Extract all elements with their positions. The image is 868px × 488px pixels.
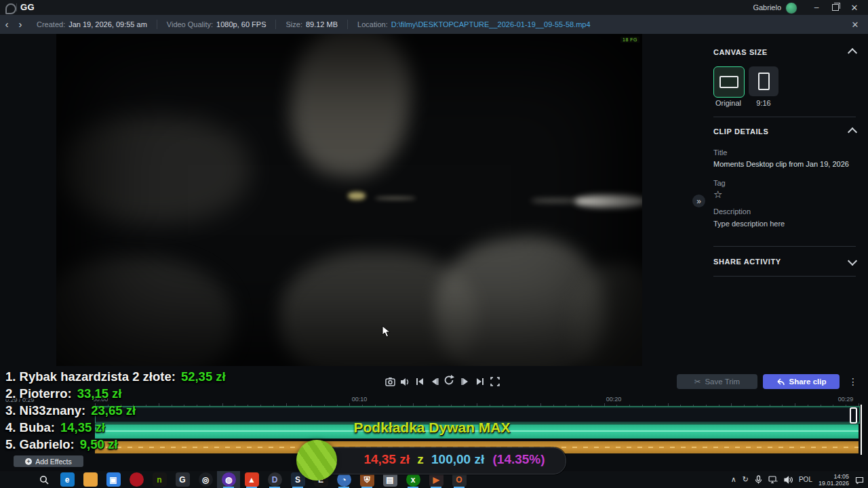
right-side-panel: CANVAS SIZE Original 9:16 CLIP DETAILS T…	[705, 34, 868, 369]
steelseries-gg-taskbar-icon[interactable]: ◎	[194, 471, 217, 488]
clip-details-header: CLIP DETAILS	[713, 127, 768, 136]
clock-date: 19.01.2026	[818, 480, 849, 487]
brave-browser-taskbar-icon[interactable]: ▲	[240, 471, 263, 488]
origin-taskbar-icon[interactable]: O	[448, 471, 471, 488]
windows-start-icon	[14, 472, 28, 487]
windows-start-taskbar-icon[interactable]	[9, 471, 33, 488]
gg-app-taskbar-icon[interactable]: ◍	[217, 471, 240, 488]
share-icon	[776, 378, 785, 386]
gamepad-app-taskbar-icon[interactable]: ▤	[378, 471, 401, 488]
snapshot-button[interactable]	[383, 375, 397, 388]
forward-button[interactable]: ›	[14, 15, 27, 34]
notification-center-icon[interactable]	[855, 476, 864, 484]
created-label: Created:	[37, 20, 65, 28]
search-icon	[37, 472, 52, 487]
movies-tv-app-taskbar-icon[interactable]: ▣	[102, 471, 125, 488]
title-field[interactable]: Moments Desktop clip from Jan 19, 2026	[713, 160, 859, 168]
video-vignette	[56, 34, 642, 366]
skip-to-start-button[interactable]	[413, 375, 427, 388]
size-label: Size:	[285, 20, 302, 28]
video-waveform-track[interactable]	[95, 424, 859, 439]
size-value: 89.12 MB	[306, 20, 338, 28]
epic-games-taskbar-icon[interactable]: E	[309, 471, 332, 488]
file-explorer-taskbar-icon[interactable]	[79, 471, 102, 488]
volume-tray-icon[interactable]	[784, 476, 793, 484]
description-field[interactable]: Type description here	[713, 220, 859, 228]
fps-counter-badge: 18 FG	[620, 37, 639, 43]
update-tray-icon[interactable]: ↻	[743, 475, 749, 484]
curseforge-taskbar-icon[interactable]: ◔	[332, 471, 355, 488]
audio-waveform-track[interactable]	[95, 441, 859, 453]
user-avatar[interactable]	[785, 2, 797, 14]
location-label: Location:	[357, 20, 388, 28]
xbox-taskbar-icon[interactable]: x	[401, 471, 425, 488]
replay-button[interactable]	[442, 373, 456, 387]
panel-collapse-button[interactable]: »	[692, 195, 705, 207]
back-button[interactable]: ‹	[0, 15, 14, 34]
discord-taskbar-icon[interactable]: D	[263, 471, 286, 488]
panel-divider	[713, 246, 856, 247]
video-player[interactable]: 18 FG	[56, 34, 642, 366]
title-bar: GG Gabrielo – ✕	[0, 0, 868, 15]
share-clip-button[interactable]: Share clip	[763, 374, 840, 389]
clock-time: 14:05	[818, 473, 849, 480]
close-button[interactable]: ✕	[845, 0, 864, 15]
curseforge-icon: ◔	[337, 472, 351, 487]
info-divider	[157, 20, 157, 29]
canvas-option-label: 9:16	[743, 99, 784, 107]
hearthstone-taskbar-icon[interactable]: ⛨	[355, 471, 378, 488]
canvas-option-original[interactable]	[713, 66, 745, 98]
amd-software-icon	[130, 472, 144, 487]
steam-taskbar-icon[interactable]: S	[286, 471, 309, 488]
timeline-timestamp: 00:29	[838, 396, 854, 403]
gog-galaxy-taskbar-icon[interactable]: G	[171, 471, 194, 488]
movies-tv-app-icon: ▣	[106, 472, 121, 487]
skip-to-end-button[interactable]	[473, 375, 487, 388]
tray-expand-icon[interactable]: ∧	[731, 475, 736, 484]
volume-button[interactable]	[398, 375, 412, 388]
playhead[interactable]	[861, 405, 862, 455]
title-label: Title	[713, 148, 727, 157]
taskbar-clock[interactable]: 14:05 19.01.2026	[818, 473, 849, 487]
nvidia-geforce-taskbar-icon[interactable]: n	[148, 471, 171, 488]
timeline-timestamp: 00:10	[352, 396, 368, 403]
playback-controls-bar: ✂ Save Trim Share clip ⋮	[0, 372, 868, 391]
landscape-ratio-icon	[719, 76, 738, 88]
trim-end-handle[interactable]	[850, 407, 857, 424]
share-activity-header: SHARE ACTIVITY	[713, 258, 781, 266]
restore-button[interactable]	[826, 0, 845, 15]
more-options-button[interactable]: ⋮	[846, 374, 860, 389]
file-explorer-icon	[83, 472, 98, 487]
search-taskbar-icon[interactable]	[33, 471, 56, 488]
star-tag-icon[interactable]: ☆	[713, 188, 722, 201]
add-effects-button[interactable]: + Add Effects	[14, 455, 83, 467]
next-frame-button[interactable]	[458, 375, 472, 388]
language-indicator[interactable]: POL	[799, 476, 812, 483]
timeline-timestamp: 00:20	[606, 396, 622, 403]
canvas-collapse-chevron-icon[interactable]	[848, 48, 857, 58]
fullscreen-button[interactable]	[488, 375, 502, 388]
edge-browser-taskbar-icon[interactable]: e	[56, 471, 79, 488]
network-tray-icon[interactable]	[768, 476, 778, 484]
quality-value: 1080p, 60 FPS	[216, 20, 266, 28]
timeline-timestamp: 00:00	[93, 396, 108, 403]
overwolf-logo-icon	[5, 3, 16, 14]
restore-icon	[832, 4, 839, 11]
clip-info-bar: ‹ › Created: Jan 19, 2026, 09:55 am Vide…	[0, 15, 868, 34]
nvidia-geforce-icon: n	[153, 472, 167, 487]
canvas-option-9-16[interactable]	[749, 66, 778, 96]
info-bar-close-button[interactable]: ✕	[848, 15, 863, 34]
scissors-icon: ✂	[694, 377, 701, 386]
amd-software-taskbar-icon[interactable]	[125, 471, 148, 488]
trim-selection-track[interactable]	[95, 406, 860, 424]
flashpoint-app-taskbar-icon[interactable]: ▶	[425, 471, 448, 488]
minimize-button[interactable]: –	[807, 0, 826, 15]
share-clip-label: Share clip	[789, 378, 827, 386]
microphone-tray-icon[interactable]	[755, 475, 762, 484]
save-trim-button[interactable]: ✂ Save Trim	[677, 374, 757, 389]
clip-details-collapse-chevron-icon[interactable]	[848, 127, 857, 137]
user-name[interactable]: Gabrielo	[753, 3, 781, 12]
location-link[interactable]: D:\filmy\DESKTOPCAPTURE__2026-01-19__09-…	[391, 20, 591, 28]
previous-frame-button[interactable]	[428, 375, 441, 388]
share-activity-expand-chevron-icon[interactable]	[848, 256, 857, 266]
